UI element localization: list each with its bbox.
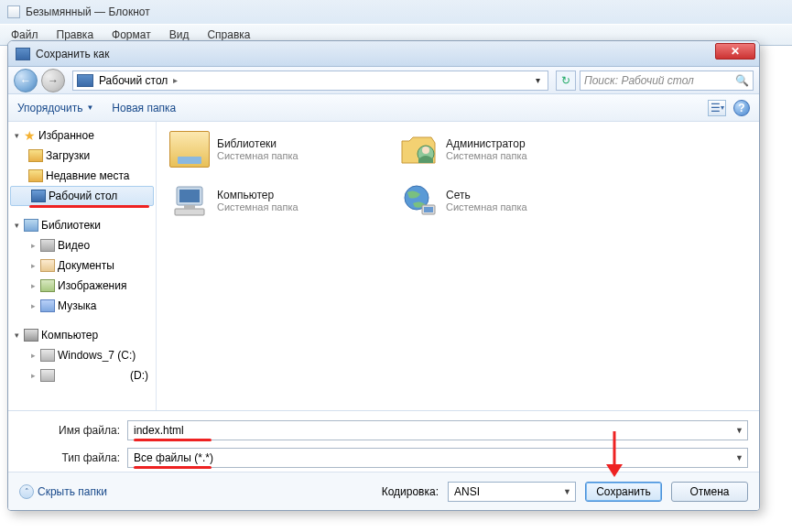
notepad-icon <box>7 5 20 18</box>
save-button[interactable]: Сохранить <box>585 482 662 502</box>
forward-button[interactable]: → <box>41 69 65 92</box>
video-icon <box>40 239 55 252</box>
refresh-icon: ↻ <box>561 74 570 87</box>
filename-label: Имя файла: <box>19 424 120 437</box>
help-button[interactable]: ? <box>733 100 750 116</box>
view-icon: ☰ <box>711 102 721 114</box>
tree-desktop[interactable]: Рабочий стол <box>10 186 154 206</box>
desktop-icon <box>77 74 93 87</box>
dialog-titlebar: Сохранить как ✕ <box>8 41 759 67</box>
arrow-right-icon: → <box>48 74 59 87</box>
filetype-value: Все файлы (*.*) <box>134 451 213 464</box>
refresh-button[interactable]: ↻ <box>556 71 576 91</box>
tree-computer[interactable]: ▾Компьютер <box>8 325 156 345</box>
dialog-title: Сохранить как <box>36 48 109 60</box>
encoding-label: Кодировка: <box>382 485 439 498</box>
chevron-up-icon: ˄ <box>19 484 34 499</box>
chevron-right-icon: ▸ <box>173 75 178 85</box>
tree-video[interactable]: ▸Видео <box>8 235 156 255</box>
svg-rect-5 <box>184 205 195 209</box>
dialog-footer: ˄ Скрыть папки Кодировка: ANSI ▼ Сохрани… <box>8 472 759 510</box>
close-button[interactable]: ✕ <box>715 43 755 60</box>
breadcrumb[interactable]: Рабочий стол ▸ ▾ <box>72 71 548 91</box>
libraries-icon <box>169 131 210 168</box>
arrow-left-icon: ← <box>20 74 31 87</box>
cancel-button[interactable]: Отмена <box>671 482 748 502</box>
save-icon <box>16 48 30 60</box>
item-computer[interactable]: КомпьютерСистемная папка <box>168 180 378 221</box>
tree-downloads[interactable]: Загрузки <box>8 146 156 166</box>
svg-point-1 <box>422 147 429 154</box>
item-libraries[interactable]: БиблиотекиСистемная папка <box>168 129 378 169</box>
new-folder-button[interactable]: Новая папка <box>112 102 176 114</box>
tree-pictures[interactable]: ▸Изображения <box>8 276 156 296</box>
svg-rect-8 <box>424 207 433 212</box>
drive-icon <box>40 369 55 382</box>
main-area: ▾★Избранное Загрузки Недавние места Рабо… <box>8 122 759 411</box>
notepad-title: Безымянный — Блокнот <box>26 5 150 18</box>
save-as-dialog: Сохранить как ✕ ← → Рабочий стол ▸ ▾ ↻ П… <box>7 40 760 511</box>
filetype-select[interactable]: Все файлы (*.*) ▼ <box>127 448 748 468</box>
user-folder-icon <box>398 131 439 168</box>
computer-icon <box>169 182 210 219</box>
breadcrumb-location: Рабочий стол <box>99 74 168 87</box>
tree-documents[interactable]: ▸Документы <box>8 255 156 276</box>
document-icon <box>40 259 55 272</box>
image-icon <box>40 279 55 292</box>
chevron-down-icon[interactable]: ▼ <box>735 453 743 462</box>
folder-icon <box>28 149 43 162</box>
filename-value: index.html <box>134 424 184 437</box>
svg-rect-4 <box>175 209 204 215</box>
chevron-down-icon[interactable]: ▾ <box>532 75 544 85</box>
view-button[interactable]: ☰▾ <box>708 100 726 116</box>
toolbar: Упорядочить ▼ Новая папка ☰▾ ? <box>8 94 759 122</box>
help-icon: ? <box>738 102 744 114</box>
item-network[interactable]: СетьСистемная папка <box>396 180 607 221</box>
chevron-down-icon[interactable]: ▼ <box>563 487 571 496</box>
music-icon <box>40 299 55 312</box>
nav-sidebar: ▾★Избранное Загрузки Недавние места Рабо… <box>8 122 157 410</box>
tree-drive-d[interactable]: ▸(D:) <box>8 365 156 385</box>
search-input[interactable]: Поиск: Рабочий стол 🔍 <box>580 71 754 91</box>
encoding-select[interactable]: ANSI ▼ <box>448 482 576 502</box>
tree-favorites[interactable]: ▾★Избранное <box>8 125 156 146</box>
back-button[interactable]: ← <box>14 69 38 92</box>
svg-rect-3 <box>179 190 200 202</box>
fields: Имя файла: index.html ▼ Тип файла: Все ф… <box>8 411 759 472</box>
search-placeholder: Поиск: Рабочий стол <box>584 74 694 87</box>
chevron-down-icon[interactable]: ▼ <box>735 426 743 435</box>
computer-icon <box>24 329 38 342</box>
filetype-label: Тип файла: <box>19 451 120 464</box>
search-icon: 🔍 <box>735 74 749 87</box>
organize-button[interactable]: Упорядочить ▼ <box>17 102 93 114</box>
nav-row: ← → Рабочий стол ▸ ▾ ↻ Поиск: Рабочий ст… <box>8 67 759 94</box>
file-list[interactable]: БиблиотекиСистемная папка АдминистраторС… <box>157 122 759 410</box>
drive-icon <box>40 349 55 362</box>
tree-recent[interactable]: Недавние места <box>8 166 156 186</box>
close-icon: ✕ <box>731 45 740 58</box>
libraries-icon <box>24 219 38 232</box>
filename-input[interactable]: index.html ▼ <box>127 420 748 440</box>
item-admin[interactable]: АдминистраторСистемная папка <box>396 129 607 169</box>
tree-drive-c[interactable]: ▸Windows_7 (C:) <box>8 345 156 365</box>
notepad-window: Безымянный — Блокнот Файл Правка Формат … <box>0 0 792 46</box>
chevron-down-icon: ▼ <box>86 103 93 112</box>
tree-music[interactable]: ▸Музыка <box>8 296 156 316</box>
tree-libraries[interactable]: ▾Библиотеки <box>8 215 156 235</box>
star-icon: ★ <box>24 128 36 143</box>
network-icon <box>398 182 439 219</box>
desktop-icon <box>31 190 46 202</box>
hide-folders-button[interactable]: ˄ Скрыть папки <box>19 484 107 499</box>
folder-icon <box>28 169 43 182</box>
